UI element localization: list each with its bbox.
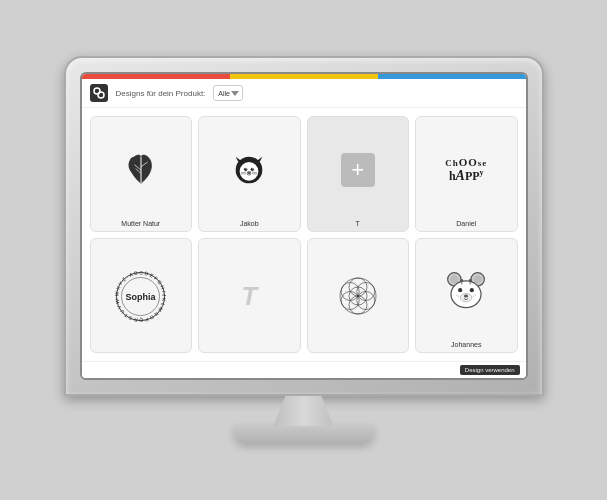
design-card-add[interactable]: + T xyxy=(307,116,410,232)
design-visual-bear xyxy=(420,245,513,339)
svg-point-11 xyxy=(252,168,253,169)
svg-point-37 xyxy=(464,295,468,298)
svg-point-39 xyxy=(458,296,460,298)
design-visual-leaves xyxy=(95,123,188,217)
svg-point-44 xyxy=(461,279,464,282)
monitor-wrapper: Designs für dein Produkt: Alle xyxy=(64,56,544,444)
svg-point-10 xyxy=(246,168,247,169)
svg-point-38 xyxy=(456,295,458,297)
monitor-stand-base xyxy=(234,426,374,444)
design-label-johannes: Johannes xyxy=(451,341,481,348)
svg-point-34 xyxy=(458,288,462,292)
svg-point-8 xyxy=(244,167,247,170)
svg-point-31 xyxy=(450,275,458,283)
design-card-flower[interactable] xyxy=(307,238,410,354)
design-visual-t-template: T xyxy=(203,245,296,349)
svg-point-41 xyxy=(473,296,475,298)
screen: Designs für dein Produkt: Alle xyxy=(80,72,528,380)
filter-label: Designs für dein Produkt: xyxy=(116,89,206,98)
svg-point-32 xyxy=(474,275,482,283)
monitor-stand-neck xyxy=(274,396,334,426)
design-card-t-template[interactable]: T xyxy=(198,238,301,354)
designs-grid: Mutter Natur xyxy=(82,108,526,361)
svg-text:Sophia: Sophia xyxy=(126,292,157,302)
svg-point-40 xyxy=(475,295,477,297)
design-card-johannes[interactable]: Johannes xyxy=(415,238,518,354)
app-header: Designs für dein Produkt: Alle xyxy=(82,79,526,108)
design-card-jakob[interactable]: Jakob xyxy=(198,116,301,232)
design-label-choose-happy: Daniel xyxy=(456,220,476,227)
svg-point-45 xyxy=(469,279,472,282)
design-card-mutter-natur[interactable]: Mutter Natur xyxy=(90,116,193,232)
filter-dropdown[interactable]: Alle xyxy=(213,85,243,101)
design-visual-add: + xyxy=(312,123,405,217)
design-visual-sophia: WXYZ·ABCDEFGHIJKLMNOPQRSTUVW Sophia xyxy=(95,245,188,349)
monitor-body: Designs für dein Produkt: Alle xyxy=(64,56,544,396)
svg-point-35 xyxy=(470,288,474,292)
design-visual-choose-happy: ChOOse hAPPy xyxy=(420,123,513,217)
t-placeholder-icon: T xyxy=(241,281,257,312)
app-logo xyxy=(90,84,108,102)
svg-point-9 xyxy=(251,167,254,170)
design-card-choose-happy[interactable]: ChOOse hAPPy Daniel xyxy=(415,116,518,232)
design-verwenden-button[interactable]: Design verwenden xyxy=(460,365,520,375)
svg-point-1 xyxy=(98,92,104,98)
design-card-sophia[interactable]: WXYZ·ABCDEFGHIJKLMNOPQRSTUVW Sophia xyxy=(90,238,193,354)
design-label-mutter-natur: Mutter Natur xyxy=(121,220,160,227)
design-visual-flower xyxy=(312,245,405,349)
svg-point-12 xyxy=(247,171,251,174)
design-label-add: T xyxy=(356,220,360,227)
bottom-bar: Design verwenden xyxy=(82,361,526,378)
design-label-jakob: Jakob xyxy=(240,220,259,227)
design-visual-lion xyxy=(203,123,296,217)
